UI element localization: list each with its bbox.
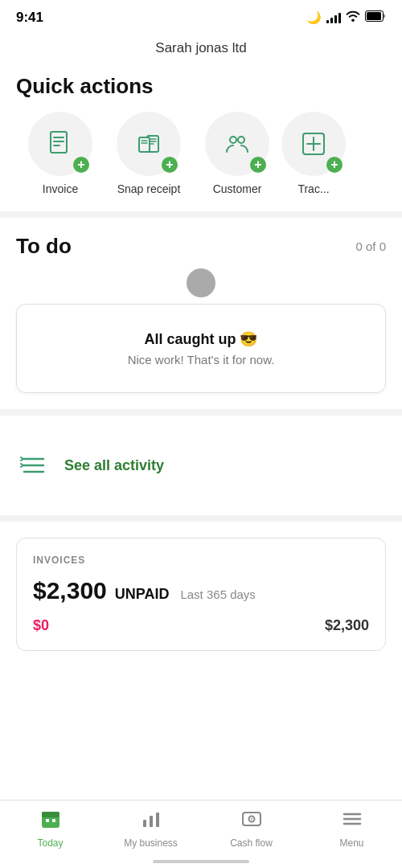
nav-my-business[interactable]: My business xyxy=(100,809,201,849)
svg-point-14 xyxy=(230,137,236,143)
svg-rect-11 xyxy=(139,137,150,152)
invoices-label: INVOICES xyxy=(33,555,369,566)
bottom-nav: Today My business Cash flow xyxy=(0,800,402,868)
see-all-activity-link[interactable]: See all activity xyxy=(64,457,164,474)
header-title: Sarah jonas ltd xyxy=(155,40,246,55)
track-icon xyxy=(299,129,328,158)
todo-card: All caught up 😎 Nice work! That's it for… xyxy=(16,304,386,393)
status-time: 9:41 xyxy=(16,10,43,26)
todo-title: To do xyxy=(16,234,72,259)
svg-rect-26 xyxy=(143,820,146,827)
invoice-plus-icon: + xyxy=(73,157,89,173)
invoices-card: INVOICES $2,300 UNPAID Last 365 days $0 … xyxy=(16,538,386,651)
svg-rect-1 xyxy=(367,12,381,20)
nav-menu[interactable]: Menu xyxy=(302,809,402,849)
todo-caught-up-text: All caught up 😎 xyxy=(33,330,369,348)
action-snap-receipt-circle: + xyxy=(117,112,181,176)
header: Sarah jonas ltd xyxy=(0,32,402,66)
home-indicator xyxy=(153,860,249,863)
snap-receipt-icon xyxy=(134,129,163,158)
invoices-status: UNPAID xyxy=(115,586,170,603)
activity-row[interactable]: See all activity xyxy=(0,432,402,499)
activity-icon-wrap xyxy=(16,448,51,483)
invoice-icon xyxy=(46,129,75,158)
menu-icon xyxy=(342,809,363,834)
action-snap-receipt[interactable]: + Snap receipt xyxy=(105,112,193,195)
nav-today-label: Today xyxy=(37,837,63,849)
svg-rect-27 xyxy=(150,816,153,827)
battery-icon xyxy=(365,10,386,25)
today-icon xyxy=(40,809,61,834)
quick-actions-list: + Invoice + Snap receipt xyxy=(0,112,402,195)
nav-menu-label: Menu xyxy=(339,837,363,849)
moon-icon: 🌙 xyxy=(306,10,322,25)
nav-cash-flow-label: Cash flow xyxy=(230,837,273,849)
activity-icon xyxy=(19,451,48,480)
todo-slider-container xyxy=(16,268,386,297)
section-divider-2 xyxy=(0,409,402,416)
my-business-icon xyxy=(141,809,162,834)
invoices-right-value: $2,300 xyxy=(325,617,369,634)
customer-plus-icon: + xyxy=(250,157,266,173)
todo-section: To do 0 of 0 All caught up 😎 Nice work! … xyxy=(0,234,402,393)
svg-rect-24 xyxy=(46,819,49,822)
signal-icon xyxy=(326,12,341,23)
action-invoice-circle: + xyxy=(28,112,92,176)
nav-cash-flow[interactable]: Cash flow xyxy=(201,809,302,849)
action-customer-label: Customer xyxy=(213,182,262,195)
invoices-period: Last 365 days xyxy=(180,588,255,601)
action-track-circle: + xyxy=(281,112,346,176)
cash-flow-icon xyxy=(241,809,262,834)
action-customer[interactable]: + Customer xyxy=(193,112,281,195)
wifi-icon xyxy=(346,10,360,25)
svg-rect-23 xyxy=(42,812,59,817)
action-snap-receipt-label: Snap receipt xyxy=(117,182,181,195)
svg-rect-25 xyxy=(52,819,55,822)
todo-header: To do 0 of 0 xyxy=(16,234,386,259)
todo-count: 0 of 0 xyxy=(355,240,386,253)
svg-point-31 xyxy=(251,818,252,820)
track-plus-icon: + xyxy=(326,157,343,173)
action-customer-circle: + xyxy=(205,112,269,176)
section-divider-1 xyxy=(0,211,402,218)
todo-sub-text: Nice work! That's it for now. xyxy=(33,353,369,366)
invoices-left-value: $0 xyxy=(33,617,49,634)
invoices-bar-row: $0 $2,300 xyxy=(33,617,369,634)
section-divider-3 xyxy=(0,515,402,522)
status-bar: 9:41 🌙 xyxy=(0,0,402,32)
customer-icon xyxy=(223,129,252,158)
snap-receipt-plus-icon: + xyxy=(162,157,178,173)
nav-today[interactable]: Today xyxy=(0,809,100,849)
todo-slider-dot xyxy=(187,268,215,297)
action-track-label: Trac... xyxy=(297,182,329,195)
nav-my-business-label: My business xyxy=(124,837,178,849)
action-track[interactable]: + Trac... xyxy=(281,112,346,195)
svg-rect-28 xyxy=(156,813,159,827)
invoices-amount-row: $2,300 UNPAID Last 365 days xyxy=(33,577,369,604)
status-icons: 🌙 xyxy=(306,10,386,25)
invoices-amount: $2,300 xyxy=(33,577,107,604)
svg-point-15 xyxy=(238,137,244,143)
action-invoice-label: Invoice xyxy=(43,182,78,195)
quick-actions-title: Quick actions xyxy=(0,66,402,112)
action-invoice[interactable]: + Invoice xyxy=(16,112,105,195)
